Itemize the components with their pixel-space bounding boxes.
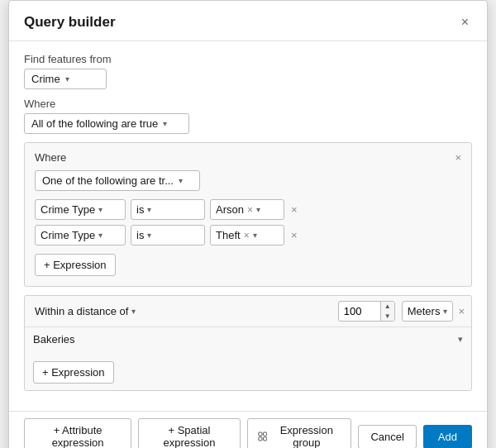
delete-condition-theft-button[interactable]: × (289, 229, 299, 241)
find-features-label: Find features from (24, 53, 472, 65)
distance-block: Within a distance of ▾ ▲ ▼ Meters ▾ × (24, 295, 472, 391)
where-block: × Where One of the following are tr... ▾… (24, 142, 472, 287)
field-chevron-theft-icon: ▾ (98, 231, 103, 240)
bakeries-row: Bakeries ▾ (25, 327, 471, 351)
expression-group-label: Expression group (272, 424, 341, 448)
value-chevron-theft-icon: ▾ (253, 231, 257, 240)
sub-condition-chevron-icon: ▾ (179, 176, 183, 185)
field-select-theft[interactable]: Crime Type ▾ (35, 225, 126, 245)
field-select-arson[interactable]: Crime Type ▾ (35, 199, 126, 220)
distance-number-input-group: ▲ ▼ (338, 301, 395, 322)
expression-group-icon (258, 431, 268, 442)
value-text-arson: Arson (216, 203, 244, 216)
operator-value-theft: is (136, 229, 144, 241)
sub-condition-select[interactable]: One of the following are tr... ▾ (35, 170, 200, 191)
field-value-arson: Crime Type (41, 203, 95, 216)
sub-condition-value: One of the following are tr... (42, 174, 174, 187)
where-top-value: All of the following are true (31, 117, 158, 130)
distance-spinners: ▲ ▼ (380, 302, 394, 321)
expression-group-button[interactable]: Expression group (247, 418, 352, 448)
where-top-section: Where All of the following are true ▾ (24, 98, 472, 134)
bakeries-label: Bakeries (33, 333, 458, 346)
operator-select-arson[interactable]: is ▾ (131, 199, 205, 220)
dialog-close-button[interactable]: × (458, 14, 472, 31)
distance-spin-up-button[interactable]: ▲ (381, 302, 394, 312)
dialog-title: Query builder (24, 14, 116, 31)
distance-add-expression-row: + Expression (25, 351, 471, 390)
distance-number-input[interactable] (339, 302, 380, 321)
value-clear-arson-button[interactable]: × (247, 204, 253, 216)
distance-chevron-icon: ▾ (131, 307, 136, 316)
delete-condition-arson-button[interactable]: × (289, 203, 299, 216)
value-clear-theft-button[interactable]: × (244, 230, 250, 241)
condition-row-arson: Crime Type ▾ is ▾ Arson × ▾ × (35, 199, 461, 220)
add-expression-button[interactable]: + Expression (35, 254, 116, 276)
bakeries-chevron-icon: ▾ (458, 334, 463, 345)
footer-right-buttons: Cancel Add (358, 425, 472, 448)
value-select-theft[interactable]: Theft × ▾ (210, 225, 284, 245)
dialog-footer: + Attribute expression + Spatial express… (9, 411, 487, 448)
distance-unit-chevron-icon: ▾ (443, 307, 447, 316)
distance-spin-down-button[interactable]: ▼ (381, 312, 394, 322)
operator-select-theft[interactable]: is ▾ (131, 225, 205, 245)
condition-row-theft: Crime Type ▾ is ▾ Theft × ▾ × (35, 225, 461, 245)
distance-add-expression-button[interactable]: + Expression (33, 361, 114, 384)
add-button[interactable]: Add (423, 425, 472, 448)
where-block-label: Where (35, 151, 461, 164)
attribute-expression-button[interactable]: + Attribute expression (24, 418, 131, 448)
field-chevron-arson-icon: ▾ (98, 205, 103, 214)
find-features-section: Find features from Crime ▾ (24, 53, 472, 89)
find-features-select[interactable]: Crime ▾ (24, 69, 107, 89)
query-builder-dialog: Query builder × Find features from Crime… (8, 0, 488, 448)
find-features-value: Crime (31, 73, 60, 85)
svg-rect-2 (259, 437, 262, 441)
distance-unit-value: Meters (408, 305, 441, 317)
distance-row: Within a distance of ▾ ▲ ▼ Meters ▾ × (25, 296, 471, 327)
svg-rect-1 (263, 432, 266, 436)
distance-select[interactable]: Within a distance of ▾ (31, 303, 335, 319)
where-top-label: Where (24, 98, 472, 110)
svg-rect-3 (263, 437, 266, 441)
distance-unit-select[interactable]: Meters ▾ (402, 301, 454, 322)
where-top-select[interactable]: All of the following are true ▾ (24, 113, 189, 134)
value-select-arson[interactable]: Arson × ▾ (210, 199, 284, 220)
value-chevron-arson-icon: ▾ (256, 205, 260, 214)
dialog-header: Query builder × (9, 1, 487, 41)
dialog-body: Find features from Crime ▾ Where All of … (9, 41, 487, 403)
spatial-expression-button[interactable]: + Spatial expression (138, 418, 241, 448)
svg-rect-0 (259, 432, 262, 436)
distance-select-label: Within a distance of (35, 305, 128, 317)
distance-block-close-button[interactable]: × (458, 305, 465, 317)
value-text-theft: Theft (216, 229, 241, 241)
footer-left-buttons: + Attribute expression + Spatial express… (24, 418, 351, 448)
operator-chevron-arson-icon: ▾ (147, 205, 151, 214)
where-block-close-button[interactable]: × (453, 151, 463, 164)
field-value-theft: Crime Type (41, 229, 95, 241)
operator-chevron-theft-icon: ▾ (147, 231, 151, 240)
where-top-chevron-icon: ▾ (163, 119, 167, 128)
operator-value-arson: is (136, 203, 144, 216)
find-features-chevron-icon: ▾ (65, 74, 69, 83)
cancel-button[interactable]: Cancel (358, 425, 416, 448)
